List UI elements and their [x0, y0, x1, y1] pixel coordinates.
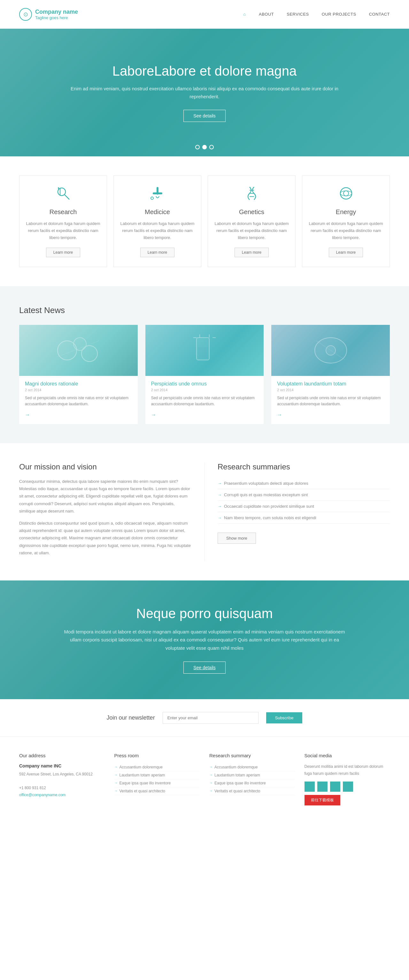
research-summaries-title: Research summaries: [217, 462, 390, 471]
research-list: Praesentium voluptatum delecti atque dol…: [217, 478, 390, 523]
svg-rect-6: [153, 192, 162, 194]
svg-line-1: [64, 195, 69, 199]
news-arrow-3[interactable]: →: [277, 412, 282, 417]
mission-title: Our mission and vision: [19, 462, 192, 471]
social-googleplus-icon[interactable]: g+: [330, 781, 340, 792]
footer-address-title: Our address: [19, 753, 105, 758]
service-card-genetics: Genetics Laborum et dolorum fuga harum q…: [208, 175, 296, 267]
newsletter-email-input[interactable]: [163, 712, 259, 724]
social-facebook-icon[interactable]: f: [305, 781, 315, 792]
social-twitter-icon[interactable]: t: [317, 781, 328, 792]
home-icon: ⌂: [243, 12, 246, 17]
news-card-1: Magni dolores rationale 2 oct 2014 Sed u…: [19, 325, 138, 424]
company-name: Company name: [35, 9, 78, 15]
research-icon: [55, 185, 71, 203]
genetics-title: Genetics: [239, 208, 264, 216]
news-title-3[interactable]: Voluptatem laundantium totam: [277, 381, 384, 387]
research-item-2: Corrupti quis et quas molestias exceptum…: [217, 489, 390, 501]
research-item-3: Occaecati cupiditate non provident simil…: [217, 501, 390, 512]
medicine-learn-button[interactable]: Learn more: [140, 248, 174, 257]
services-grid: Research Laborum et dolorum fuga harum q…: [19, 175, 390, 267]
medicine-title: Medicice: [145, 208, 170, 216]
social-pinterest-icon[interactable]: p: [343, 781, 353, 792]
press-item-2: Laudantium totam aperiam: [114, 771, 200, 779]
cta-content: Neque porro quisquam Modi tempora incidu…: [64, 606, 345, 674]
latest-news-title: Latest News: [19, 305, 390, 315]
research-learn-button[interactable]: Learn more: [46, 248, 80, 257]
footer-grid: Our address Company name INC 592 Avenue …: [19, 753, 390, 805]
footer: Our address Company name INC 592 Avenue …: [0, 737, 409, 815]
energy-title: Energy: [336, 208, 356, 216]
hero-dot-1[interactable]: [195, 145, 200, 150]
footer-press-list: Accusantium doloremque Laudantium totam …: [114, 763, 200, 795]
hero-dot-2[interactable]: [202, 145, 207, 150]
service-card-research: Research Laborum et dolorum fuga harum q…: [19, 175, 107, 267]
press-item-3: Eaque ipsa quae illo inventore: [114, 779, 200, 787]
news-body-3: Voluptatem laundantium totam 2 oct 2014 …: [271, 376, 390, 424]
news-date-2: 2 oct 2014: [151, 388, 258, 392]
news-text-2: Sed ut perspiciatis unde omnis iste natu…: [151, 395, 258, 407]
cta-text: Modi tempora incidunt ut labore et dolor…: [64, 628, 345, 652]
hero-dot-3[interactable]: [209, 145, 214, 150]
research-footer-item-3: Eaque ipsa quae illo inventore: [209, 779, 295, 787]
research-footer-item-4: Veritatis et quasi architecto: [209, 787, 295, 795]
news-date-1: 2 oct 2014: [25, 388, 132, 392]
service-card-energy: Energy Laborum et dolorum fuga harum qui…: [302, 175, 390, 267]
research-summaries-block: Research summaries Praesentium voluptatu…: [204, 462, 390, 561]
nav-services[interactable]: SERVICES: [287, 12, 309, 17]
newsletter-section: Join our newsletter Subscribe: [0, 699, 409, 737]
nav-contact[interactable]: CONTACT: [369, 12, 390, 17]
footer-research-list: Accusantium doloremque Laudantium totam …: [209, 763, 295, 795]
show-more-button[interactable]: Show more: [217, 533, 256, 544]
hero-subtitle: Enim ad minim veniam, quis nostrud exerc…: [64, 84, 345, 101]
hero-dots: [195, 145, 214, 150]
press-item-4: Veritatis et quasi architecto: [114, 787, 200, 795]
news-card-3: Voluptatem laundantium totam 2 oct 2014 …: [271, 325, 390, 424]
newsletter-label: Join our newsletter: [107, 714, 155, 721]
nav-about[interactable]: ABOUT: [259, 12, 274, 17]
logo-symbol: ⊙: [23, 11, 28, 18]
research-title: Research: [50, 208, 77, 216]
logo-icon: ⊙: [19, 8, 32, 21]
footer-address-details: 592 Avenue Street, Los Angeles, CA 90012…: [19, 771, 105, 799]
research-footer-item-1: Accusantium doloremque: [209, 763, 295, 771]
news-arrow-2[interactable]: →: [151, 412, 156, 417]
tagline: Tagline goes here: [35, 15, 78, 20]
hero-section: LaboreLabore et dolore magna Enim ad min…: [0, 29, 409, 156]
services-section: Research Laborum et dolorum fuga harum q…: [0, 156, 409, 286]
footer-press-room: Press room Accusantium doloremque Laudan…: [114, 753, 200, 805]
mission-para-1: Consequuntur minima, delectus quia labor…: [19, 478, 192, 515]
hero-title: LaboreLabore et dolore magna: [64, 64, 345, 79]
news-title-2[interactable]: Perspiciatis unde omnus: [151, 381, 258, 387]
mission-para-2: Distinctio delectus consequuntur sed quo…: [19, 520, 192, 557]
nav-our-projects[interactable]: OUR PROJECTS: [322, 12, 356, 17]
social-icons: f t g+ p: [305, 781, 390, 792]
svg-point-13: [340, 191, 352, 196]
mission-research-section: Our mission and vision Consequuntur mini…: [0, 443, 409, 581]
news-text-1: Sed ut perspiciatis unde omnis iste natu…: [25, 395, 132, 407]
news-title-1[interactable]: Magni dolores rationale: [25, 381, 132, 387]
logo-text: Company name Tagline goes here: [35, 9, 78, 20]
energy-learn-button[interactable]: Learn more: [329, 248, 363, 257]
lab-visual-2: [145, 325, 264, 376]
cta-button[interactable]: See details: [184, 662, 225, 674]
footer-research-summary-title: Research summary: [209, 753, 295, 758]
news-image-3: [271, 325, 390, 376]
footer-company-name: Company name INC: [19, 763, 105, 768]
energy-description: Laborum et dolorum fuga harum quidem rer…: [309, 220, 383, 241]
footer-social-media: Social media Deserunt mollitia animi id …: [305, 753, 390, 805]
svg-point-4: [58, 187, 59, 189]
download-template-button[interactable]: 前往下载模板: [305, 795, 340, 805]
service-card-medicine: Medicice Laborum et dolorum fuga harum q…: [113, 175, 201, 267]
nav-home[interactable]: ⌂: [243, 12, 246, 17]
nav-links: ⌂ ABOUT SERVICES OUR PROJECTS CONTACT: [243, 12, 390, 17]
news-arrow-1[interactable]: →: [25, 412, 30, 417]
genetics-learn-button[interactable]: Learn more: [235, 248, 269, 257]
subscribe-button[interactable]: Subscribe: [266, 712, 303, 724]
news-date-3: 2 oct 2014: [277, 388, 384, 392]
news-grid: Magni dolores rationale 2 oct 2014 Sed u…: [19, 325, 390, 424]
footer-email[interactable]: office@companyname.com: [19, 792, 105, 799]
hero-cta-button[interactable]: See details: [184, 110, 225, 122]
svg-rect-19: [198, 347, 208, 358]
footer-social-description: Deserunt mollitia animi id est laborum d…: [305, 763, 390, 777]
